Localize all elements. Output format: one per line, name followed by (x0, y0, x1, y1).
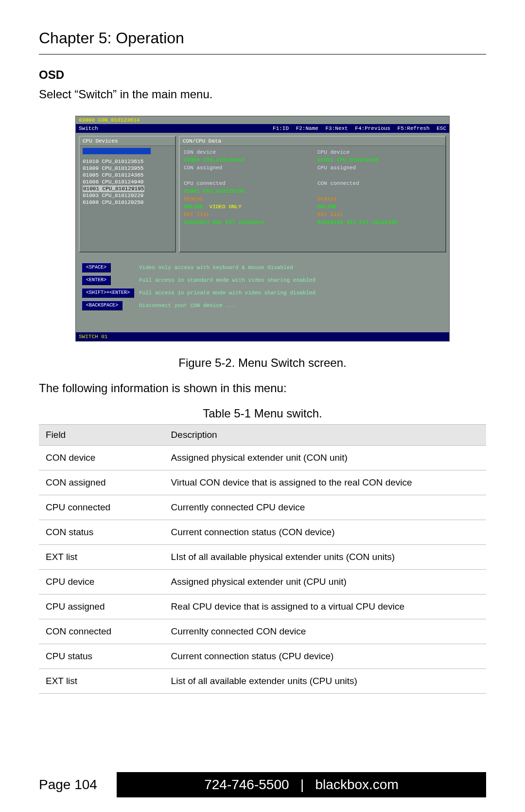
table-cell-field: CPU connected (39, 495, 164, 520)
table-cell-field: EXT list (39, 545, 164, 570)
ext-list-label: EXT list (317, 211, 441, 218)
table-row: CON assignedVirtual CON device that is a… (39, 470, 486, 495)
cpu-list: 01010 CPU_010123615 01009 CPU_010123955 … (80, 146, 175, 208)
status-value: ONLINE (317, 203, 441, 210)
table-row: CPU assignedReal CPU device that is assi… (39, 595, 486, 619)
osd-topline: 03000 CON_010123614 (76, 116, 449, 124)
table-row: CON deviceAssigned physical extender uni… (39, 446, 486, 470)
table-row: EXT listLIst of all available physical e… (39, 545, 486, 570)
table-cell-field: CPU status (39, 644, 164, 669)
osd-heading: OSD (39, 68, 486, 82)
key-enter: <ENTER> (82, 275, 111, 285)
footer-phone: 724-746-5500 (204, 777, 289, 792)
table-cell-field: CON assigned (39, 470, 164, 495)
table-cell-description: LIst of all available physical extender … (164, 545, 486, 570)
fn-key: ESC (437, 126, 446, 131)
figure-caption: Figure 5-2. Menu Switch screen. (39, 356, 486, 370)
table-cell-description: Real CPU device that is assigned to a vi… (164, 595, 486, 619)
cpu-row: 01003 CPU_010129229 (83, 192, 172, 199)
ext-list-value: 01022014 001 EXT_10128814 (184, 219, 308, 226)
table-row: CPU deviceAssigned physical extender uni… (39, 570, 486, 595)
table-cell-field: CON device (39, 446, 164, 470)
con-cpu-data-title: CON/CPU Data (180, 137, 445, 146)
table-cell-description: Current connection status (CPU device) (164, 644, 486, 669)
fn-key: F2:Name (296, 126, 318, 131)
table-caption: Table 5-1 Menu switch. (39, 407, 486, 420)
table-cell-field: CPU assigned (39, 595, 164, 619)
table-cell-field: EXT list (39, 669, 164, 694)
table-header-description: Description (164, 425, 486, 446)
table-cell-description: Virtual CON device that is assigned to t… (164, 470, 486, 495)
cpu-device-label: CPU device (317, 149, 441, 156)
fn-key: F5:Refresh (398, 126, 430, 131)
table-row: EXT listList of all available extender u… (39, 669, 486, 694)
con-device-label: CON device (184, 149, 308, 156)
cpu-row-selected: 01001 CPU_010129195 (83, 185, 144, 192)
paragraph: The following information is shown in th… (39, 381, 486, 395)
cpu-devices-title: CPU Devices (80, 137, 175, 146)
page-number: Page 104 (39, 777, 97, 793)
footer-contact: 724-746-5500 | blackbox.com (117, 772, 486, 797)
list-cursor (83, 148, 151, 154)
ext-list-label: EXT list (184, 211, 308, 218)
key-space: <SPACE> (82, 263, 111, 272)
status-label: Status (317, 196, 441, 202)
fn-key: F4:Previous (355, 126, 390, 131)
data-col-right: CPU device 01001 CPU_010129195 CPU assig… (317, 149, 441, 227)
cpu-row: 01008 CPU_010129250 (83, 199, 172, 206)
cpu-device-value: 01001 CPU_010129195 (317, 157, 441, 163)
table-row: CPU connectedCurrently connected CPU dev… (39, 495, 486, 520)
table-cell-description: Currenlty connected CON device (164, 619, 486, 644)
table-cell-field: CPU device (39, 570, 164, 595)
status-online: ONLINE (184, 204, 203, 210)
table-cell-description: Current connection status (CON device) (164, 520, 486, 545)
data-col-left: CON device 03000 CON_010123614 CON assig… (184, 149, 308, 227)
key-backspace: <BACKSPACE> (82, 301, 122, 310)
ext-list-value: 01029195 013 EXT_10129195 (317, 219, 441, 226)
table-row: CPU statusCurrent connection status (CPU… (39, 644, 486, 669)
cpu-row: 01009 CPU_010123955 (83, 165, 172, 172)
con-cpu-data-panel: CON/CPU Data CON device 03000 CON_010123… (179, 136, 446, 253)
osd-screenshot: 03000 CON_010123614 Switch F1:ID F2:Name… (75, 116, 450, 342)
key-desc: Full access in private mode with video s… (139, 287, 320, 299)
osd-menu-left: Switch (79, 125, 98, 132)
status-video-only: VIDEO ONLY (210, 204, 242, 210)
con-assigned-label: CON assigned (184, 164, 308, 171)
osd-fn-keys: F1:ID F2:Name F3:Next F4:Previous F5:Ref… (269, 125, 446, 132)
cpu-row: 01010 CPU_010123615 (83, 158, 172, 165)
key-desc: Full access in standard mode with video … (139, 274, 320, 287)
instruction-text: Select “Switch” in the main menu. (39, 88, 486, 101)
chapter-title: Chapter 5: Operation (39, 29, 486, 54)
osd-bottom-status: SWITCH 01 (76, 332, 449, 341)
table-cell-description: Assigned physical extender unit (CON uni… (164, 446, 486, 470)
menu-switch-table: Field Description CON deviceAssigned phy… (39, 424, 486, 694)
con-connected-label: CON connected (317, 180, 441, 187)
footer-site: blackbox.com (315, 777, 399, 792)
page-footer: Page 104 724-746-5500 | blackbox.com (39, 772, 486, 797)
cpu-devices-panel: CPU Devices 01010 CPU_010123615 01009 CP… (79, 136, 176, 253)
key-shift-enter: <SHIFT>+<ENTER> (82, 288, 134, 298)
key-desc: Video only access with keyboard & mouse … (139, 261, 320, 274)
table-cell-description: Assigned physical extender unit (CPU uni… (164, 570, 486, 595)
table-row: CON statusCurrent connection status (CON… (39, 520, 486, 545)
cpu-row: 01005 CPU_010124365 (83, 172, 172, 179)
status-label: Status (184, 196, 308, 202)
table-row: CON connectedCurrenlty connected CON dev… (39, 619, 486, 644)
table-cell-description: List of all available extender units (CP… (164, 669, 486, 694)
cpu-connected-label: CPU connected (184, 180, 308, 187)
key-desc: Disconnect your CON device ... (139, 299, 320, 312)
fn-key: F3:Next (326, 126, 348, 131)
cpu-row: 01006 CPU_010124940 (83, 179, 172, 185)
con-device-value: 03000 CON_010123614 (184, 157, 308, 163)
osd-menubar: Switch F1:ID F2:Name F3:Next F4:Previous… (76, 124, 449, 133)
table-header-field: Field (39, 425, 164, 446)
cpu-connected-value: 01001 CPU_010129195 (184, 188, 308, 195)
fn-key: F1:ID (273, 126, 289, 131)
key-help: <SPACE>Video only access with keyboard &… (76, 255, 449, 318)
table-cell-field: CON connected (39, 619, 164, 644)
table-cell-field: CON status (39, 520, 164, 545)
table-cell-description: Currently connected CPU device (164, 495, 486, 520)
cpu-assigned-label: CPU assigned (317, 164, 441, 171)
